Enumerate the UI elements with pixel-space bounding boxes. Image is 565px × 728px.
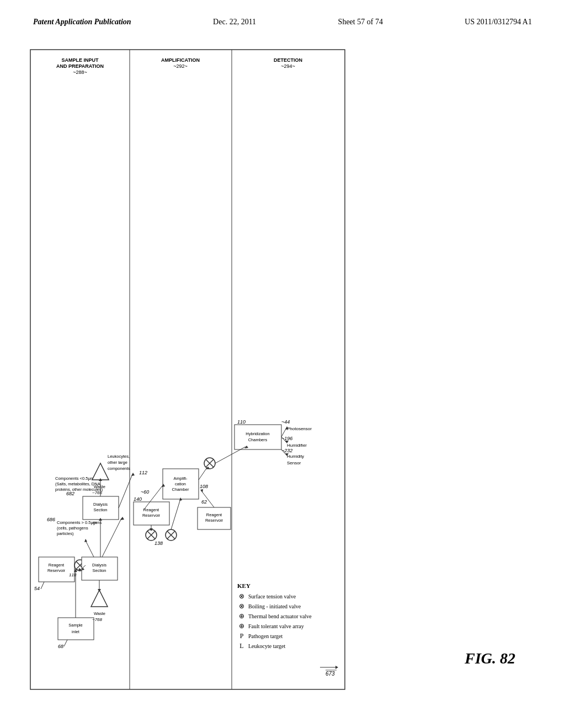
svg-marker-48: [200, 489, 203, 493]
leukocytes-label3: components: [108, 466, 130, 471]
ref-140: 140: [134, 496, 142, 502]
ref-673: 673: [326, 671, 335, 677]
dialysis-section-682-label: Dialysis: [93, 502, 108, 507]
boiling-initiated-valve-label: Boiling - initiated valve: [248, 602, 301, 611]
amplification-chamber-label3: Chamber: [172, 487, 189, 492]
reagent-reservoir-140-label: Reagent: [143, 507, 159, 512]
key-box: KEY ⊗ Surface tension valve ⊗ Boiling - …: [237, 581, 312, 651]
surface-tension-valve-label: Surface tension valve: [248, 592, 296, 601]
pathogen-label: Pathogen target: [248, 632, 282, 640]
ref-686: 686: [47, 517, 55, 522]
components-large-label: Components > 0.5μm: [57, 520, 97, 525]
section-detection: DETECTION: [274, 57, 302, 63]
section-amplification: AMPLIFICATION: [161, 57, 200, 63]
photosensor-label: Photosensor: [287, 426, 312, 431]
waste-766-label: Waste: [94, 484, 105, 489]
header-publication: Patent Application Publication: [33, 18, 131, 26]
ref-44: ~44: [281, 419, 290, 425]
svg-marker-22: [91, 590, 108, 607]
surface-tension-valve-symbol: ⊗: [237, 591, 246, 601]
key-item-6: L Leukocyte target: [237, 641, 312, 651]
leukocytes-label2: other large: [108, 460, 127, 465]
ref-110: 110: [237, 419, 246, 425]
key-item-2: ⊗ Boiling - initiated valve: [237, 601, 312, 611]
ref-waste-766: ~766: [92, 490, 103, 495]
section-sample-input: SAMPLE INPUT: [61, 57, 99, 63]
ref-232: ~232: [281, 448, 292, 453]
section-amplification-ref: ~292~: [173, 63, 188, 69]
svg-rect-5: [58, 618, 94, 640]
page: Patent Application Publication Dec. 22, …: [0, 0, 565, 728]
key-item-3: ⊕ Thermal bend actuator valve: [237, 611, 312, 621]
boiling-initiated-valve-symbol: ⊗: [237, 601, 246, 611]
waste-768-label: Waste: [94, 611, 105, 616]
figure-label: FIG. 82: [465, 650, 515, 667]
key-item-1: ⊗ Surface tension valve: [237, 591, 312, 601]
svg-marker-24: [98, 589, 101, 592]
header: Patent Application Publication Dec. 22, …: [33, 18, 532, 26]
svg-line-42: [171, 499, 180, 529]
section-sample-ref: ~288~: [73, 69, 87, 75]
key-item-5: P Pathogen target: [237, 631, 312, 641]
ref-60: ~60: [141, 489, 149, 495]
svg-line-55: [215, 447, 246, 463]
humidifier-label: Humidifier: [287, 443, 307, 448]
section-sample-input-2: AND PREPARATION: [56, 63, 104, 69]
hybridization-chambers-label: Hybridization: [246, 431, 269, 436]
fault-tolerant-label: Fault tolerant valve array: [248, 622, 304, 630]
reagent-reservoir-140-label2: Reservoir: [142, 513, 161, 518]
svg-line-4: [41, 582, 44, 589]
svg-line-52: [199, 468, 207, 480]
svg-marker-31: [131, 473, 135, 476]
leukocyte-label: Leukocyte target: [248, 642, 285, 650]
svg-marker-27: [92, 463, 109, 480]
components-small-label: Components <0.5μm: [55, 476, 94, 481]
key-title: KEY: [237, 581, 312, 591]
components-large-label3: particles): [57, 531, 74, 536]
ref-682: 682: [66, 491, 74, 496]
ref-138: 138: [154, 540, 163, 546]
header-date: Dec. 22, 2011: [213, 18, 256, 26]
svg-marker-64: [335, 666, 338, 669]
section-detection-ref: ~294~: [281, 63, 295, 69]
svg-line-19: [102, 518, 121, 557]
dialysis-section-118-label2: Section: [92, 568, 106, 573]
reagent-reservoir-62-label: Reagent: [206, 512, 222, 517]
pathogen-symbol: P: [237, 631, 246, 641]
svg-line-6: [64, 640, 67, 646]
svg-line-30: [119, 474, 132, 508]
sample-inlet-label2: inlet: [72, 629, 80, 634]
sample-inlet-label: Sample: [68, 623, 82, 628]
components-large-label2: (cells, pathogens: [57, 526, 88, 531]
key-item-4: ⊕ Fault tolerant valve array: [237, 621, 312, 631]
ref-108: 108: [200, 484, 208, 489]
reagent-reservoir-54-label: Reagent: [49, 563, 65, 568]
svg-line-17: [86, 540, 94, 557]
ref-68: 68: [58, 644, 63, 649]
ref-112: 112: [139, 470, 147, 475]
thermal-bend-label: Thermal bend actuator valve: [248, 612, 312, 620]
ref-54: 54: [34, 586, 40, 591]
dialysis-section-118-label: Dialysis: [92, 563, 106, 568]
humidity-sensor-label2: Sensor: [287, 461, 301, 465]
leukocyte-symbol: L: [237, 641, 246, 651]
leukocytes-label: Leukocytes,: [108, 454, 130, 459]
hybridization-chambers-label2: Chambers: [248, 437, 268, 442]
svg-marker-20: [120, 517, 124, 520]
reagent-reservoir-54-label2: Reservoir: [47, 568, 66, 573]
ref-62: 62: [201, 499, 207, 505]
ref-waste-768: ~768: [92, 617, 103, 622]
humidity-sensor-label: Humidity: [287, 454, 304, 459]
reagent-reservoir-62-label2: Reservoir: [205, 518, 223, 523]
thermal-bend-symbol: ⊕: [237, 611, 246, 621]
dialysis-section-682-label2: Section: [93, 507, 107, 512]
header-sheet: Sheet 57 of 74: [338, 18, 383, 26]
amplification-chamber-label: Amplifi-: [173, 476, 188, 481]
amplification-chamber-label2: cation: [175, 481, 186, 486]
header-patent: US 2011/0312794 A1: [465, 18, 532, 26]
fault-tolerant-symbol: ⊕: [237, 621, 246, 631]
svg-marker-18: [84, 539, 87, 542]
